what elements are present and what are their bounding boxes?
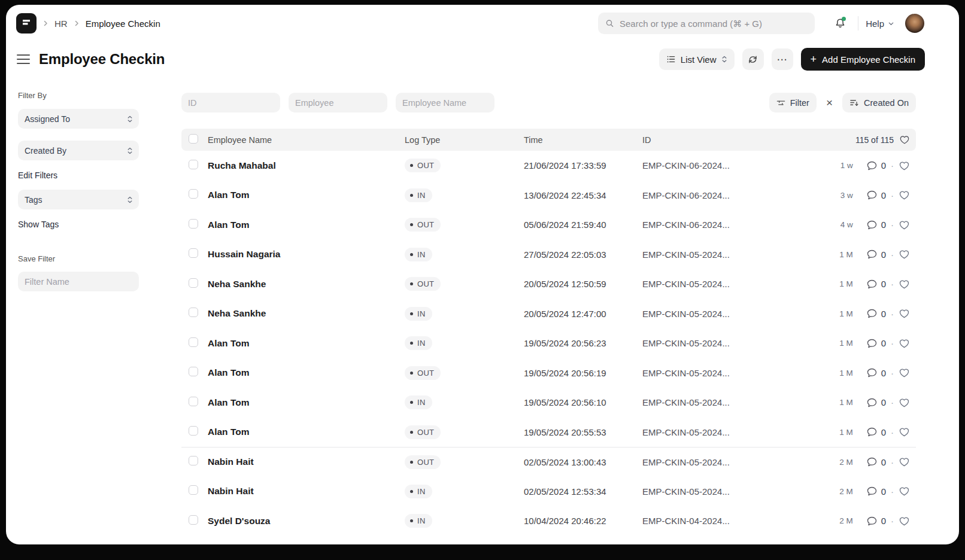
row-checkbox[interactable] xyxy=(189,219,198,229)
more-options-button[interactable]: ⋯ xyxy=(772,48,793,70)
employee-name-cell[interactable]: Alan Tom xyxy=(208,338,405,349)
table-row[interactable]: Alan Tom IN 13/06/2024 22:45:34 EMP-CKIN… xyxy=(181,181,916,211)
employee-name-cell[interactable]: Alan Tom xyxy=(208,220,405,230)
column-log-type[interactable]: Log Type xyxy=(405,135,524,145)
separator-dot: · xyxy=(891,279,894,289)
comment-button[interactable] xyxy=(866,516,878,526)
status-dot-icon xyxy=(410,342,413,345)
employee-name-cell[interactable]: Nabin Hait xyxy=(208,486,405,497)
column-employee-name[interactable]: Employee Name xyxy=(208,135,405,145)
like-button[interactable] xyxy=(899,397,910,408)
table-row[interactable]: Alan Tom OUT 19/05/2024 20:55:53 EMP-CKI… xyxy=(181,418,916,448)
comment-button[interactable] xyxy=(866,308,878,319)
employee-name-cell[interactable]: Alan Tom xyxy=(208,367,405,378)
row-checkbox[interactable] xyxy=(189,426,198,436)
table-row[interactable]: Neha Sankhe IN 20/05/2024 12:47:00 EMP-C… xyxy=(181,299,916,329)
employee-name-cell[interactable]: Alan Tom xyxy=(208,397,405,408)
like-button[interactable] xyxy=(899,190,910,200)
column-time[interactable]: Time xyxy=(524,135,642,145)
like-button[interactable] xyxy=(899,486,910,497)
employee-name-cell[interactable]: Alan Tom xyxy=(208,427,405,437)
comment-button[interactable] xyxy=(866,427,878,437)
breadcrumb-app[interactable]: HR xyxy=(54,19,68,29)
employee-name-cell[interactable]: Rucha Mahabal xyxy=(208,160,405,171)
like-button[interactable] xyxy=(899,220,910,230)
table-row[interactable]: Hussain Nagaria IN 27/05/2024 22:05:03 E… xyxy=(181,240,916,270)
table-row[interactable]: Sydel D'souza IN 10/04/2024 20:46:22 EMP… xyxy=(181,506,916,536)
row-checkbox[interactable] xyxy=(189,367,198,376)
add-employee-checkin-button[interactable]: + Add Employee Checkin xyxy=(801,48,925,71)
time-cell: 20/05/2024 12:50:59 xyxy=(524,279,642,289)
show-tags-link[interactable]: Show Tags xyxy=(18,220,59,229)
row-checkbox[interactable] xyxy=(189,248,198,258)
sort-button[interactable]: Created On xyxy=(842,93,916,112)
frappe-logo[interactable] xyxy=(16,13,37,34)
created-by-select[interactable]: Created By xyxy=(18,141,139,160)
assigned-to-select[interactable]: Assigned To xyxy=(18,109,139,129)
id-filter-input[interactable] xyxy=(181,93,280,112)
filter-button[interactable]: Filter xyxy=(769,93,817,112)
sidebar-toggle-icon[interactable] xyxy=(17,48,30,70)
comment-button[interactable] xyxy=(866,190,878,200)
like-button[interactable] xyxy=(899,308,910,319)
row-checkbox[interactable] xyxy=(189,189,198,199)
row-checkbox[interactable] xyxy=(189,308,198,317)
select-all-checkbox[interactable] xyxy=(189,134,198,144)
row-checkbox[interactable] xyxy=(189,397,198,406)
modified-age: 1 M xyxy=(839,279,853,288)
employee-name-cell[interactable]: Alan Tom xyxy=(208,190,405,200)
comment-button[interactable] xyxy=(866,338,878,349)
employee-name-cell[interactable]: Nabin Hait xyxy=(208,456,405,467)
row-checkbox[interactable] xyxy=(189,278,198,288)
like-button[interactable] xyxy=(899,279,910,290)
comment-button[interactable] xyxy=(866,160,878,171)
employee-name-cell[interactable]: Hussain Nagaria xyxy=(208,249,405,260)
comment-button[interactable] xyxy=(866,220,878,230)
like-button[interactable] xyxy=(899,456,910,467)
help-menu[interactable]: Help xyxy=(866,19,894,29)
table-row[interactable]: Alan Tom IN 19/05/2024 20:56:10 EMP-CKIN… xyxy=(181,388,916,418)
row-checkbox[interactable] xyxy=(189,456,198,465)
comment-button[interactable] xyxy=(866,279,878,290)
row-checkbox[interactable] xyxy=(189,160,198,169)
filter-name-input[interactable] xyxy=(18,272,139,291)
table-row[interactable]: Nabin Hait IN 02/05/2024 12:53:34 EMP-CK… xyxy=(181,477,916,507)
table-row[interactable]: Alan Tom IN 19/05/2024 20:56:23 EMP-CKIN… xyxy=(181,328,916,358)
refresh-button[interactable] xyxy=(742,48,764,70)
employee-name-cell[interactable]: Sydel D'souza xyxy=(208,516,405,526)
comment-button[interactable] xyxy=(866,486,878,497)
user-avatar[interactable] xyxy=(905,14,924,33)
row-checkbox[interactable] xyxy=(189,485,198,495)
clear-filter-button[interactable]: × xyxy=(823,96,836,109)
like-button[interactable] xyxy=(899,367,910,378)
comment-button[interactable] xyxy=(866,249,878,260)
like-button[interactable] xyxy=(899,249,910,260)
search-input[interactable] xyxy=(620,19,808,29)
table-row[interactable]: Alan Tom OUT 05/06/2024 21:59:40 EMP-CKI… xyxy=(181,210,916,240)
like-button[interactable] xyxy=(899,338,910,349)
column-id[interactable]: ID xyxy=(642,135,804,145)
employee-name-filter-input[interactable] xyxy=(396,93,494,112)
employee-name-cell[interactable]: Neha Sankhe xyxy=(208,279,405,290)
heart-icon[interactable] xyxy=(899,135,910,145)
breadcrumb-page[interactable]: Employee Checkin xyxy=(86,19,160,29)
row-checkbox[interactable] xyxy=(189,337,198,347)
like-button[interactable] xyxy=(899,516,910,526)
comment-button[interactable] xyxy=(866,367,878,378)
edit-filters-link[interactable]: Edit Filters xyxy=(18,171,57,180)
view-switcher-button[interactable]: List View xyxy=(659,48,735,70)
row-checkbox[interactable] xyxy=(189,515,198,525)
employee-filter-input[interactable] xyxy=(289,93,387,112)
global-search[interactable] xyxy=(598,13,815,34)
table-row[interactable]: Alan Tom OUT 19/05/2024 20:56:19 EMP-CKI… xyxy=(181,358,916,388)
table-row[interactable]: Rucha Mahabal OUT 21/06/2024 17:33:59 EM… xyxy=(181,151,916,181)
like-button[interactable] xyxy=(899,160,910,171)
comment-button[interactable] xyxy=(866,397,878,408)
table-row[interactable]: Nabin Hait OUT 02/05/2024 13:00:43 EMP-C… xyxy=(181,447,916,477)
tags-select[interactable]: Tags xyxy=(18,190,139,209)
notifications-button[interactable] xyxy=(829,13,851,34)
like-button[interactable] xyxy=(899,427,910,437)
table-row[interactable]: Neha Sankhe OUT 20/05/2024 12:50:59 EMP-… xyxy=(181,269,916,299)
comment-button[interactable] xyxy=(866,456,878,467)
employee-name-cell[interactable]: Neha Sankhe xyxy=(208,308,405,319)
